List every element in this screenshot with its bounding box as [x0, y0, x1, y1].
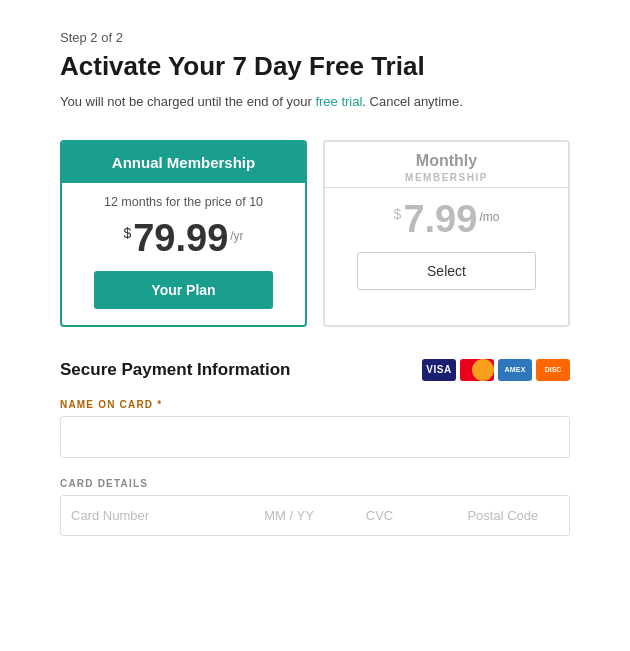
annual-plan-card: Annual Membership 12 months for the pric… [60, 140, 307, 327]
subtitle-after: . Cancel anytime. [362, 94, 462, 109]
card-number-placeholder: Card Number [71, 508, 254, 523]
plans-row: Annual Membership 12 months for the pric… [60, 140, 570, 327]
payment-title: Secure Payment Information [60, 360, 291, 380]
subtitle-before: You will not be charged until the end of… [60, 94, 315, 109]
annual-dollar: $ [123, 225, 131, 241]
mm-yy-placeholder: MM / YY [264, 508, 356, 523]
free-trial-link[interactable]: free trial [315, 94, 362, 109]
monthly-plan-body: $ 7.99 /mo Select [325, 188, 568, 306]
name-on-card-field: NAME ON CARD * [60, 399, 570, 478]
discover-icon: DISC [536, 359, 570, 381]
postal-placeholder: Postal Code [467, 508, 559, 523]
page-title: Activate Your 7 Day Free Trial [60, 51, 570, 82]
annual-plan-desc: 12 months for the price of 10 [72, 195, 295, 209]
card-details-box: Card Number MM / YY CVC Postal Code [60, 495, 570, 536]
annual-plan-body: 12 months for the price of 10 $ 79.99 /y… [62, 183, 305, 325]
mastercard-icon [460, 359, 494, 381]
monthly-plan-header: Monthly MEMBERSHIP [325, 142, 568, 188]
subtitle: You will not be charged until the end of… [60, 92, 570, 112]
monthly-header-sub: MEMBERSHIP [335, 172, 558, 183]
monthly-period: /mo [479, 210, 499, 224]
monthly-dollar: $ [394, 206, 402, 222]
card-details-field: CARD DETAILS Card Number MM / YY CVC Pos… [60, 478, 570, 536]
step-label: Step 2 of 2 [60, 30, 570, 45]
monthly-plan-price: $ 7.99 /mo [335, 200, 558, 238]
annual-plan-header: Annual Membership [62, 142, 305, 183]
payment-section-header: Secure Payment Information VISA AMEX DIS… [60, 359, 570, 381]
amex-icon: AMEX [498, 359, 532, 381]
name-on-card-input[interactable] [60, 416, 570, 458]
your-plan-button[interactable]: Your Plan [94, 271, 272, 309]
name-on-card-label: NAME ON CARD * [60, 399, 570, 410]
annual-amount: 79.99 [133, 219, 228, 257]
monthly-header-main: Monthly [335, 152, 558, 170]
monthly-plan-card: Monthly MEMBERSHIP $ 7.99 /mo Select [323, 140, 570, 327]
monthly-amount: 7.99 [403, 200, 477, 238]
card-details-label: CARD DETAILS [60, 478, 570, 489]
annual-period: /yr [230, 229, 243, 243]
select-button[interactable]: Select [357, 252, 535, 290]
card-icons: VISA AMEX DISC [422, 359, 570, 381]
page-container: Step 2 of 2 Activate Your 7 Day Free Tri… [0, 0, 630, 651]
visa-icon: VISA [422, 359, 456, 381]
annual-plan-price: $ 79.99 /yr [72, 219, 295, 257]
cvc-placeholder: CVC [366, 508, 458, 523]
